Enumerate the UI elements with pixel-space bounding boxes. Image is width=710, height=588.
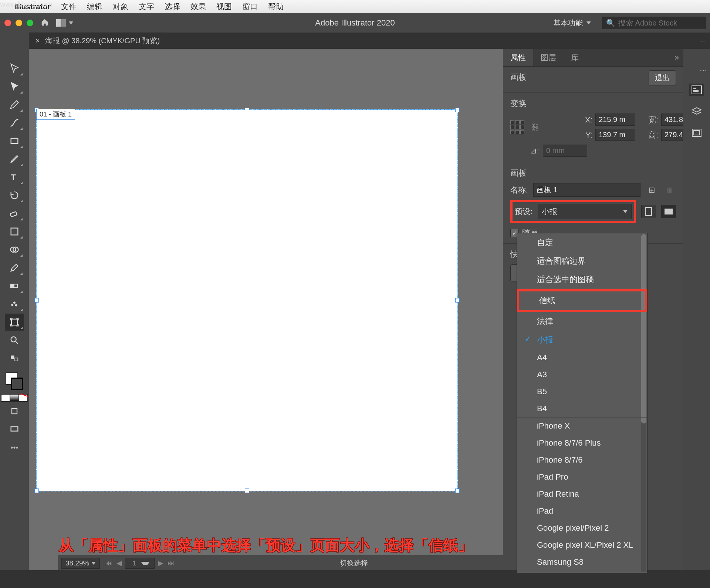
resize-handle-n[interactable] [245,108,249,112]
type-tool[interactable]: T [5,169,24,186]
window-maximize-button[interactable] [27,20,33,26]
dock-libraries-icon[interactable] [689,126,704,139]
artboard[interactable] [36,109,458,491]
tab-close-button[interactable]: × [36,37,40,45]
resize-handle-w[interactable] [34,298,39,303]
preset-option[interactable]: 法律 [517,312,647,331]
resize-handle-e[interactable] [455,298,460,303]
nav-prev[interactable]: ◀ [115,559,124,567]
window-close-button[interactable] [4,20,11,26]
resize-handle-sw[interactable] [34,489,39,493]
artboard-index[interactable]: 1 [125,558,155,569]
tab-layers[interactable]: 图层 [533,49,564,66]
paintbrush-tool[interactable] [5,151,24,168]
orientation-portrait-button[interactable] [641,205,656,218]
preset-option[interactable]: Samsung S8 [517,554,647,571]
stroke-swatch[interactable] [11,378,23,390]
stock-search-input[interactable] [618,19,701,27]
preset-option[interactable]: Google pixel XL/Pixel 2 XL [517,537,647,554]
resize-handle-se[interactable] [455,489,460,493]
preset-option[interactable]: Surface Pro 4 [517,571,647,573]
curvature-tool[interactable] [5,114,24,131]
canvas-area[interactable]: 01 - 画板 1 从「属性」面板的菜单中选择「预设」页面大小，选择「信纸」 3… [29,49,503,570]
dock-properties-icon[interactable] [689,84,704,96]
tab-libraries[interactable]: 库 [564,49,586,66]
tab-properties[interactable]: 属性 [503,49,533,66]
preset-option[interactable]: 自定 [517,233,647,252]
angle-value[interactable]: 0 mm [543,145,587,157]
delete-artboard-button[interactable]: 🗑 [663,185,676,196]
nav-first[interactable]: ⏮ [104,559,113,567]
screen-mode-button[interactable] [5,421,24,438]
selection-tool[interactable] [5,60,24,77]
menu-select[interactable]: 选择 [165,1,180,12]
gradient-button[interactable] [10,394,19,402]
preset-option[interactable]: iPhone 8/7/6 [517,452,647,469]
document-tab[interactable]: × 海报 @ 38.29% (CMYK/GPU 预览) [29,33,166,49]
constrain-proportions-button[interactable]: ⛓ [530,118,541,137]
workspace-switcher[interactable]: 基本功能 [548,16,596,30]
rotate-tool[interactable] [5,187,24,204]
stock-search[interactable]: 🔍 [602,17,706,29]
preset-option[interactable]: iPad Pro [517,469,647,486]
color-mode-buttons[interactable] [1,394,28,402]
preset-option[interactable]: iPhone 8/7/6 Plus [517,435,647,452]
rectangle-tool[interactable] [5,132,24,149]
menu-type[interactable]: 文字 [139,1,154,12]
preset-option[interactable]: B4 [517,400,647,418]
orientation-landscape-button[interactable] [661,205,676,218]
hand-tool[interactable] [5,350,24,367]
none-button[interactable] [19,394,28,402]
zoom-tool[interactable] [5,332,24,349]
new-artboard-button[interactable]: ⊞ [646,185,658,196]
blend-tool[interactable] [5,277,24,294]
panel-collapse-button[interactable]: » [670,53,683,62]
artboard-label[interactable]: 01 - 画板 1 [36,109,75,120]
preset-option[interactable]: iPad [517,503,647,520]
preset-dropdown[interactable]: 自定适合图稿边界适合选中的图稿信纸法律小报A4A3B5B4iPhone XiPh… [517,233,648,573]
menu-window[interactable]: 窗口 [242,1,258,12]
reference-point-grid[interactable] [510,120,524,134]
gradient-tool[interactable] [5,223,24,240]
pen-tool[interactable] [5,96,24,113]
fill-stroke-swatches[interactable] [5,372,24,391]
artboard-tool[interactable] [5,314,24,331]
eraser-tool[interactable] [5,205,24,222]
menu-object[interactable]: 对象 [113,1,128,12]
menu-edit[interactable]: 编辑 [87,1,102,12]
preset-option[interactable]: iPhone X [517,418,647,435]
exit-artboard-button[interactable]: 退出 [649,70,676,85]
nav-last[interactable]: ⏭ [166,559,175,567]
resize-handle-s[interactable] [245,489,249,493]
symbol-sprayer-tool[interactable] [5,295,24,312]
menu-file[interactable]: 文件 [61,1,77,12]
arrange-documents-button[interactable] [56,19,73,27]
menu-help[interactable]: 帮助 [268,1,284,12]
preset-select[interactable]: 小报 [538,204,632,219]
preset-option[interactable]: A4 [517,349,647,366]
home-button[interactable] [40,18,50,28]
zoom-field[interactable]: 38.29% [61,558,100,569]
artboard-name-input[interactable]: 画板 1 [533,183,640,197]
window-minimize-button[interactable] [16,20,22,26]
preset-option[interactable]: Google pixel/Pixel 2 [517,520,647,537]
menu-effect[interactable]: 效果 [190,1,206,12]
preset-option[interactable]: 适合图稿边界 [517,252,647,270]
preset-option[interactable]: 适合选中的图稿 [517,270,647,289]
color-button[interactable] [1,394,10,402]
preset-option[interactable]: 小报 [517,331,647,349]
edit-toolbar-button[interactable]: ••• [5,439,24,456]
preset-option[interactable]: A3 [517,366,647,383]
nav-next[interactable]: ▶ [156,559,165,567]
shape-builder-tool[interactable] [5,241,24,258]
preset-option[interactable]: B5 [517,383,647,400]
preset-option[interactable]: 信纸 [517,289,647,312]
direct-selection-tool[interactable] [5,78,24,95]
preset-option[interactable]: iPad Retina [517,486,647,503]
draw-mode-button[interactable] [5,403,24,420]
resize-handle-ne[interactable] [455,108,460,112]
panel-dock-toggle[interactable]: ⋯ [695,33,710,49]
status-mode[interactable]: 切换选择 [180,558,503,568]
dock-collapse-button[interactable]: ⋯ [700,66,710,75]
menu-view[interactable]: 视图 [216,1,232,12]
